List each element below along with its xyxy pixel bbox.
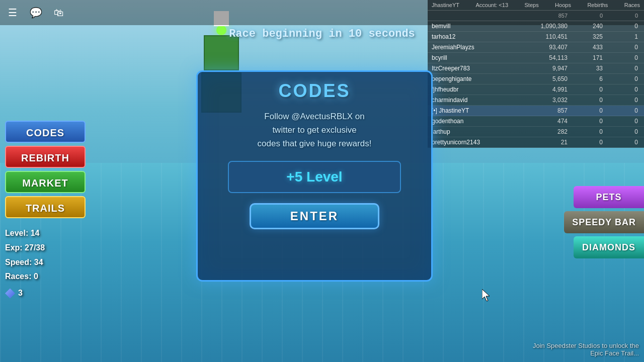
rebirths-cell: 0 [603,23,638,30]
player-name: JhastineYT [432,2,459,8]
hoops-cell: 0 [568,107,603,114]
steps-cell: 93,407 [522,44,568,51]
races-cell: 0 [638,107,644,114]
trails-button[interactable]: TRAILS [5,196,86,218]
player-name-cell: bcyrill [432,54,522,61]
leaderboard-col-headers: 857 0 0 0 [428,11,644,21]
player-account: Account: <13 [476,2,509,8]
rebirths-cell: 0 [603,44,638,51]
steps-cell: 21 [522,139,568,146]
rebirths-cell: 0 [603,54,638,61]
rebirths-cell: 1 [603,33,638,40]
steps-cell: 110,451 [522,33,568,40]
player-name-cell: [•] JhastineYT [432,107,522,114]
races-cell: 0 [638,118,644,125]
steps-cell: 4,991 [522,86,568,93]
enter-button[interactable]: ENTER [250,203,379,229]
rebirths-cell: 0 [603,118,638,125]
rebirths-cell: 0 [603,86,638,93]
player-info-row: JhastineYT Account: <13 Steps Hoops Rebi… [428,0,644,11]
table-row: ItzCreeper783 9,947 33 0 0 [428,63,644,74]
speedy-bar-button[interactable]: SPEEDY BAR [564,211,644,233]
steps-cell: 5,650 [522,75,568,82]
player-name-cell: ItzCreeper783 [432,65,522,72]
hoops-cell: 0 [568,86,603,93]
leaderboard: JhastineYT Account: <13 Steps Hoops Rebi… [428,0,644,148]
diamonds-button[interactable]: DIAMONDS [574,236,644,258]
diamonds-row: 3 [5,286,45,301]
races-cell: 0 [638,86,644,93]
races-cell: 0 [638,97,644,104]
hoops-cell: 0 [568,128,603,135]
hoops-cell: 171 [568,54,603,61]
chat-icon[interactable]: 💬 [28,5,43,20]
bottom-text-line2: Epic Face Trail... [533,349,639,357]
races-cell: 8 [638,33,644,40]
player-name-cell: bemvill [432,23,522,30]
player-name-cell: charmindavid [432,97,522,104]
player-name-cell: fjhfheudbr [432,86,522,93]
rebirths-cell: 0 [603,65,638,72]
pets-button[interactable]: PETS [574,186,644,208]
table-row: fjhfheudbr 4,991 0 0 0 [428,84,644,95]
rebirth-button[interactable]: REBIRTH [5,146,86,168]
hoops-cell: 433 [568,44,603,51]
code-input-area[interactable]: +5 Level [228,161,401,193]
leaderboard-rows: bemvill 1,090,380 240 0 11 tarhoa12 110,… [428,21,644,148]
bottom-text-line1: Join Speedster Studios to unlock the [533,342,639,349]
player-name-cell: jarthup [432,128,522,135]
table-row: bcyrill 54,113 171 0 0 [428,53,644,63]
table-row: godenthoan 474 0 0 0 [428,116,644,127]
steps-cell: 54,113 [522,54,568,61]
top-bar-icons: ☰ 💬 🛍 [5,5,66,20]
diamond-icon [5,289,15,299]
hoops-header: Hoops [555,2,571,8]
left-panel: CODES REBIRTH MARKET TRAILS [5,121,86,218]
col-rebirths: 0 [603,13,638,19]
table-row: prettyunicorn2143 21 0 0 0 [428,137,644,148]
steps-cell: 1,090,380 [522,23,568,30]
player-name-cell: prettyunicorn2143 [432,139,522,146]
col-steps: 857 [522,13,568,19]
races-cell: 0 [638,128,644,135]
steps-header: Steps [525,2,539,8]
character-glow [216,25,226,35]
table-row: jarthup 282 0 0 0 [428,127,644,137]
steps-cell: 9,947 [522,65,568,72]
steps-cell: 857 [522,107,568,114]
menu-icon[interactable]: ☰ [5,5,20,20]
rebirths-cell: 0 [603,97,638,104]
races-stat: Races: 0 [5,269,45,284]
shop-icon[interactable]: 🛍 [51,5,66,20]
modal-title: CODES [278,80,350,102]
diamonds-count: 3 [18,286,23,301]
speed-stat: Speed: 34 [5,255,45,270]
races-cell: 0 [638,44,644,51]
table-row: JeremiahPlayzs 93,407 433 0 0 [428,42,644,53]
race-announcement: Race beginning in 10 seconds [229,28,415,40]
hoops-cell: 240 [568,23,603,30]
races-cell: 0 [638,54,644,61]
hoops-cell: 33 [568,65,603,72]
modal-description: Follow @AvectusRBLX ontwitter to get exc… [258,110,372,151]
character-head [204,35,239,70]
col-name [432,13,522,19]
hoops-cell: 0 [568,118,603,125]
col-races: 0 [638,13,644,19]
rebirths-cell: 0 [603,107,638,114]
hoops-cell: 0 [568,97,603,104]
hoops-cell: 0 [568,139,603,146]
codes-modal: CODES Follow @AvectusRBLX ontwitter to g… [196,70,433,282]
rebirths-cell: 0 [603,75,638,82]
table-row: [•] JhastineYT 857 0 0 0 [428,106,644,116]
level-stat: Level: 14 [5,226,45,241]
races-header: Races [624,2,640,8]
steps-cell: 3,032 [522,97,568,104]
races-cell: 0 [638,75,644,82]
market-button[interactable]: MARKET [5,171,86,193]
table-row: tarhoa12 110,451 325 1 8 [428,32,644,42]
player-name-cell: pepenghigante [432,75,522,82]
codes-button[interactable]: CODES [5,121,86,143]
right-buttons: PETS SPEEDY BAR DIAMONDS [564,186,644,258]
code-reward: +5 Level [239,169,390,185]
